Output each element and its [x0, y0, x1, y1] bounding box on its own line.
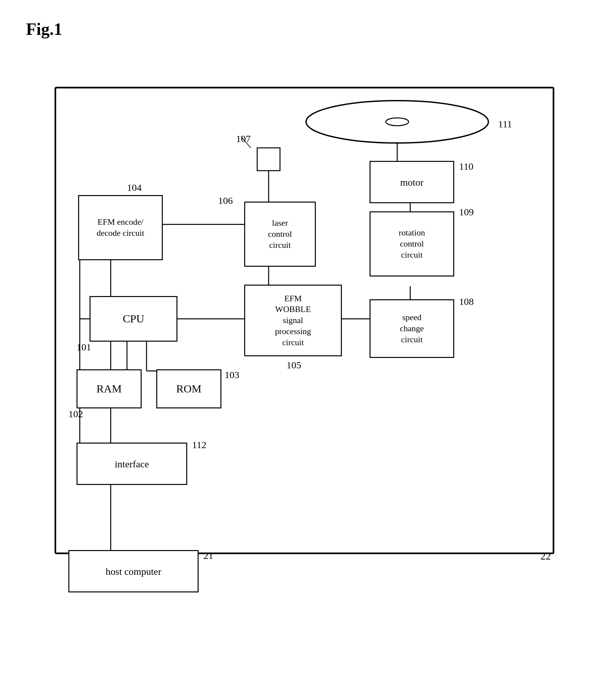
- motor-block: motor: [370, 161, 454, 203]
- rom-block: ROM: [156, 369, 221, 408]
- diagram-container: 22 111 107 EFM encode/ decode circuit 10…: [26, 58, 596, 695]
- host-ref: 21: [204, 550, 213, 561]
- efm-wobble-block: EFM WOBBLE signal processing circuit: [244, 285, 342, 356]
- efm-ref: 104: [127, 182, 142, 193]
- motor-ref: 110: [459, 161, 474, 172]
- host-block: host computer: [68, 550, 199, 592]
- rom-ref: 103: [225, 369, 239, 380]
- laser-block: laser control circuit: [244, 202, 316, 267]
- cpu-ref: 101: [76, 342, 91, 353]
- efm-block: EFM encode/ decode circuit: [78, 195, 163, 260]
- system-box-ref: 22: [541, 550, 551, 562]
- svg-rect-4: [257, 148, 280, 171]
- figure-title: Fig.1: [26, 19, 590, 39]
- ram-ref: 102: [68, 408, 83, 420]
- ram-block: RAM: [76, 369, 142, 408]
- cpu-block: CPU: [89, 296, 177, 342]
- page: Fig.1: [0, 0, 616, 695]
- pickup-ref: 107: [236, 133, 251, 144]
- efm-wobble-ref: 105: [287, 359, 301, 371]
- interface-block: interface: [76, 443, 187, 485]
- speed-ref: 108: [459, 296, 474, 307]
- speed-block: speed change circuit: [370, 299, 454, 358]
- svg-point-2: [386, 118, 409, 126]
- rotation-block: rotation control circuit: [370, 211, 454, 276]
- disc-ref: 111: [498, 119, 512, 130]
- svg-point-1: [306, 101, 489, 143]
- laser-ref: 106: [218, 195, 233, 206]
- interface-ref: 112: [192, 439, 206, 451]
- rotation-ref: 109: [459, 206, 474, 218]
